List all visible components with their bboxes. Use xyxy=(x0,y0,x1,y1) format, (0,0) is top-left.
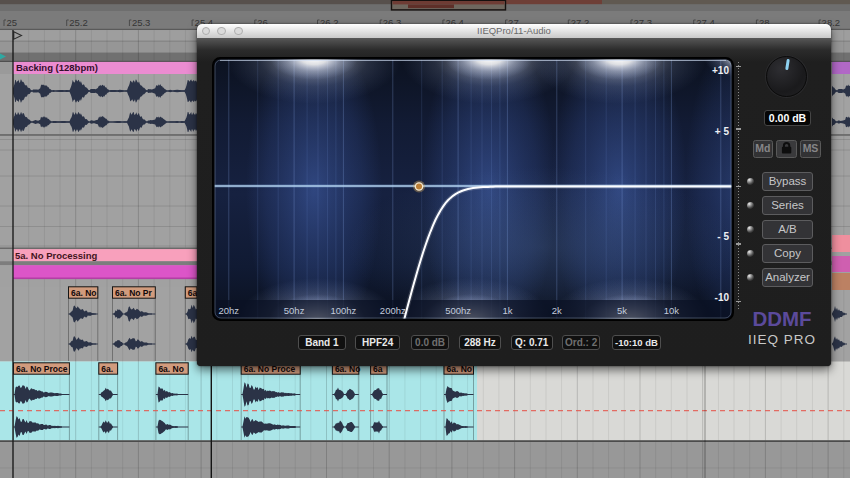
svg-text:50hz: 50hz xyxy=(284,305,305,316)
svg-text:5k: 5k xyxy=(617,305,627,316)
svg-text:6a.: 6a. xyxy=(101,364,113,374)
svg-text:100hz: 100hz xyxy=(330,305,356,316)
svg-text:6a. No: 6a. No xyxy=(71,288,97,298)
svg-text:Backing (128bpm): Backing (128bpm) xyxy=(16,62,98,73)
svg-text:6a. No Proce: 6a. No Proce xyxy=(16,364,68,374)
svg-text:25.3: 25.3 xyxy=(132,17,151,28)
svg-text:6a. No: 6a. No xyxy=(158,364,184,374)
svg-text:-10: -10 xyxy=(715,292,730,303)
svg-text:25: 25 xyxy=(7,17,18,28)
svg-text:20hz: 20hz xyxy=(218,305,239,316)
svg-text:6a. No Pr: 6a. No Pr xyxy=(115,288,153,298)
svg-text:- 5: - 5 xyxy=(717,231,729,242)
svg-text:+ 5: + 5 xyxy=(715,126,730,137)
svg-text:1k: 1k xyxy=(502,305,512,316)
svg-text:10k: 10k xyxy=(664,305,680,316)
svg-text:+10: +10 xyxy=(712,65,729,76)
svg-text:2k: 2k xyxy=(552,305,562,316)
svg-text:500hz: 500hz xyxy=(445,305,471,316)
svg-text:5a. No Processing: 5a. No Processing xyxy=(15,250,98,261)
svg-text:25.2: 25.2 xyxy=(69,17,88,28)
svg-text:200hz: 200hz xyxy=(380,305,406,316)
